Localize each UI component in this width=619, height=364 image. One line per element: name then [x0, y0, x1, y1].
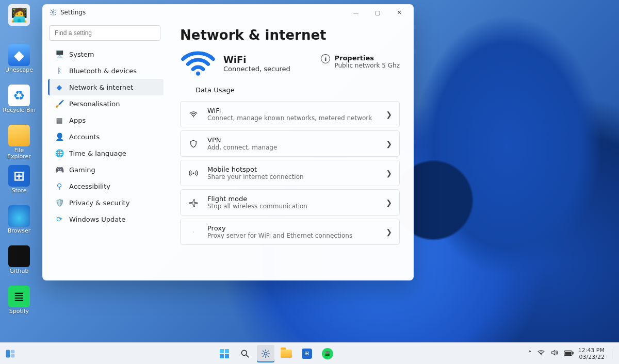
taskbar-app-store[interactable]: ⊞ [298, 345, 316, 362]
sidebar-item-icon: ◆ [55, 83, 64, 91]
volume-tray-icon[interactable] [550, 349, 559, 358]
content-pane: Network & internet WiFi Connected, secur [166, 20, 413, 280]
desktop-icon-glyph: ♻ [8, 85, 30, 106]
desktop-icon[interactable]: Github [2, 245, 36, 286]
taskbar-app-spotify[interactable]: ≣ [319, 345, 336, 362]
search-input[interactable] [49, 25, 160, 41]
settings-card[interactable]: VPN Add, connect, manage ❯ [180, 130, 400, 157]
tray-overflow-icon[interactable]: ˄ [528, 350, 532, 358]
svg-rect-13 [565, 351, 571, 354]
sidebar-item-label: Bluetooth & devices [69, 67, 137, 75]
notifications-button[interactable] [612, 349, 614, 359]
sidebar-item[interactable]: ᛒ Bluetooth & devices [48, 62, 164, 79]
sidebar-item[interactable]: 🎮 Gaming [48, 161, 164, 178]
window-maximize-button[interactable]: ▢ [367, 5, 388, 20]
wifi-name: WiFi [223, 54, 290, 65]
desktop-icon[interactable]: File Explorer [2, 125, 36, 165]
desktop-icon[interactable]: Browser [2, 205, 36, 245]
sidebar-item[interactable]: ⚲ Accessibility [48, 178, 164, 194]
card-subtitle: Connect, manage known networks, metered … [207, 114, 378, 122]
sidebar-item-icon: 👤 [55, 133, 64, 141]
sidebar-item-label: Accounts [69, 133, 100, 141]
desktop-icon[interactable]: ≣ Spotify [2, 286, 36, 326]
card-title: VPN [207, 136, 378, 144]
settings-card[interactable]: Proxy Proxy server for WiFi and Ethernet… [180, 219, 400, 245]
sidebar-item-icon: 🖥️ [55, 50, 64, 58]
properties-block[interactable]: i Properties Public network 5 Ghz [321, 50, 400, 69]
battery-tray-icon[interactable] [564, 350, 574, 358]
sidebar-item-icon: ▦ [55, 116, 64, 124]
svg-rect-14 [573, 352, 574, 354]
desktop-icon-label: Recycle Bin [3, 107, 35, 113]
card-icon [188, 169, 199, 178]
chevron-right-icon: ❯ [386, 228, 392, 236]
window-close-button[interactable]: ✕ [388, 5, 410, 20]
wifi-tray-icon[interactable] [537, 349, 545, 358]
sidebar-item-icon: 🌐 [55, 149, 64, 157]
svg-point-8 [241, 350, 247, 355]
desktop-icon-label: Browser [8, 228, 31, 234]
svg-rect-7 [11, 354, 15, 357]
desktop-icon-label: Unescape [5, 67, 33, 73]
desktop-icon-glyph [8, 125, 30, 146]
sidebar-item[interactable]: ◆ Network & internet [48, 79, 164, 95]
svg-line-9 [246, 355, 248, 357]
sidebar-item[interactable]: ▦ Apps [48, 112, 164, 128]
taskbar-date: 03/23/22 [578, 354, 605, 360]
card-subtitle: Add, connect, manage [207, 144, 378, 151]
sidebar-item[interactable]: ⟳ Windows Update [48, 211, 164, 227]
settings-card[interactable]: Flight mode Stop all wireless communicat… [180, 189, 400, 216]
system-tray[interactable]: ˄ [528, 349, 574, 358]
sidebar-item-label: System [69, 51, 94, 58]
card-title: WiFi [207, 107, 378, 114]
card-icon [188, 198, 199, 207]
chevron-right-icon: ❯ [386, 198, 392, 207]
wifi-status-text: Connected, secured [223, 65, 290, 73]
desktop-icon-label: Github [10, 268, 29, 274]
desktop-icon[interactable]: ♻ Recycle Bin [2, 85, 36, 125]
card-icon [188, 230, 199, 234]
desktop-icon[interactable]: ⊞ Store [2, 165, 36, 205]
network-status-row: WiFi Connected, secured i Properties Pub… [180, 50, 400, 77]
sidebar-item[interactable]: 🖌️ Personalisation [48, 95, 164, 112]
sidebar-item-label: Privacy & security [69, 199, 129, 207]
settings-app-icon [49, 8, 57, 16]
settings-window: Settings — ▢ ✕ 🖥️ Systemᛒ Bluetooth & de… [42, 4, 414, 280]
svg-point-2 [193, 116, 194, 117]
wifi-status-block[interactable]: WiFi Connected, secured [180, 50, 290, 77]
taskbar-clock[interactable]: 12:43 PM 03/23/22 [578, 347, 605, 360]
sidebar-item[interactable]: 🛡️ Privacy & security [48, 194, 164, 211]
search-button[interactable] [236, 345, 254, 362]
data-usage-link[interactable]: Data Usage [196, 86, 400, 94]
sidebar-item[interactable]: 👤 Accounts [48, 128, 164, 145]
settings-card[interactable]: WiFi Connect, manage known networks, met… [180, 101, 400, 127]
svg-point-11 [541, 354, 542, 355]
settings-card[interactable]: Mobile hotspot Share your internet conne… [180, 160, 400, 186]
desktop-icon[interactable]: ◆ Unescape [2, 44, 36, 85]
sidebar-item-label: Apps [69, 117, 86, 124]
svg-rect-6 [11, 350, 15, 353]
window-minimize-button[interactable]: — [345, 5, 367, 20]
titlebar[interactable]: Settings — ▢ ✕ [43, 5, 413, 20]
desktop-icon-glyph: 🧑‍💻 [8, 4, 30, 26]
svg-point-3 [193, 172, 194, 174]
chevron-right-icon: ❯ [386, 110, 392, 119]
sidebar: 🖥️ Systemᛒ Bluetooth & devices◆ Network … [43, 20, 166, 280]
sidebar-item-label: Network & internet [69, 84, 133, 91]
taskbar-app-explorer[interactable] [278, 345, 295, 362]
svg-point-1 [196, 71, 200, 75]
taskbar: ⊞ ≣ ˄ 12:43 PM 03/23/22 [0, 342, 619, 364]
sidebar-item[interactable]: 🌐 Time & language [48, 145, 164, 161]
taskbar-app-settings[interactable] [257, 345, 274, 362]
taskbar-time: 12:43 PM [578, 347, 605, 354]
card-title: Proxy [207, 224, 378, 232]
chevron-right-icon: ❯ [386, 140, 392, 148]
desktop-icon[interactable]: 🧑‍💻 [2, 4, 36, 44]
wifi-icon [180, 50, 216, 77]
widgets-button[interactable] [3, 346, 18, 361]
desktop-icon-glyph: ⊞ [8, 165, 30, 187]
card-subtitle: Stop all wireless communication [207, 203, 378, 210]
start-button[interactable] [216, 345, 233, 362]
properties-subtitle: Public network 5 Ghz [334, 62, 400, 69]
sidebar-item[interactable]: 🖥️ System [48, 46, 164, 62]
